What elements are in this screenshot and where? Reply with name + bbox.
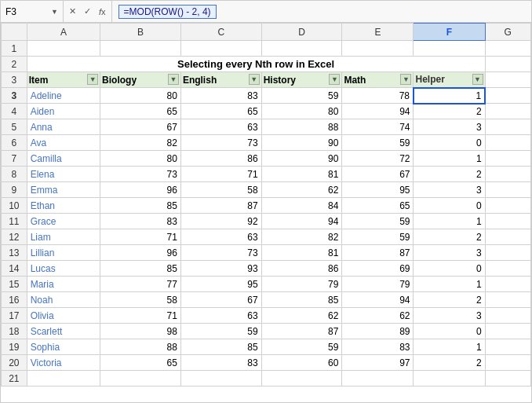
cell-C7[interactable]: 86 <box>180 151 261 167</box>
cell-B15[interactable]: 77 <box>100 277 181 292</box>
cell-B1[interactable] <box>100 41 181 57</box>
cell-B19[interactable]: 88 <box>100 339 181 355</box>
filter-math-button[interactable]: ▼ <box>400 74 411 85</box>
cell-D6[interactable]: 90 <box>261 135 342 151</box>
cell-G3[interactable] <box>485 72 530 88</box>
cell-E9[interactable]: 95 <box>342 182 414 198</box>
cell-C6[interactable]: 73 <box>180 135 261 151</box>
cell-A1[interactable] <box>27 41 100 57</box>
cell-C14[interactable]: 93 <box>180 261 261 277</box>
cell-B4[interactable]: 65 <box>100 104 181 119</box>
cell-D15[interactable]: 79 <box>261 277 342 292</box>
cell-B11[interactable]: 83 <box>100 214 181 229</box>
cell-B17[interactable]: 71 <box>100 308 181 324</box>
cell-F1[interactable] <box>414 41 485 57</box>
cell-F12[interactable]: 2 <box>414 229 485 245</box>
cell-E21[interactable] <box>342 371 414 387</box>
cell-C19[interactable]: 85 <box>180 339 261 355</box>
col-header-A[interactable]: A <box>27 24 100 41</box>
cell-A3[interactable]: Adeline <box>27 88 100 104</box>
cell-G9[interactable] <box>485 182 530 198</box>
cell-B10[interactable]: 85 <box>100 198 181 214</box>
cell-A5[interactable]: Anna <box>27 119 100 135</box>
cell-G13[interactable] <box>485 245 530 261</box>
cell-B7[interactable]: 80 <box>100 151 181 167</box>
cell-D11[interactable]: 94 <box>261 214 342 229</box>
cell-E13[interactable]: 87 <box>342 245 414 261</box>
filter-history-button[interactable]: ▼ <box>329 74 340 85</box>
filter-item-button[interactable]: ▼ <box>87 74 98 85</box>
name-box-chevron-icon[interactable]: ▼ <box>51 8 58 16</box>
cell-F13[interactable]: 3 <box>414 245 485 261</box>
cell-E19[interactable]: 83 <box>342 339 414 355</box>
cell-G16[interactable] <box>485 292 530 308</box>
cell-G7[interactable] <box>485 151 530 167</box>
name-box[interactable]: F3 ▼ <box>1 1 64 23</box>
cell-A18[interactable]: Scarlett <box>27 324 100 339</box>
cell-A14[interactable]: Lucas <box>27 261 100 277</box>
cell-A21[interactable] <box>27 371 100 387</box>
cell-E11[interactable]: 59 <box>342 214 414 229</box>
cell-D13[interactable]: 81 <box>261 245 342 261</box>
cell-F3[interactable]: 1 <box>414 88 485 104</box>
function-icon[interactable]: fx <box>97 5 108 18</box>
cell-B9[interactable]: 96 <box>100 182 181 198</box>
cell-B8[interactable]: 73 <box>100 167 181 182</box>
cell-A19[interactable]: Sophia <box>27 339 100 355</box>
cell-E1[interactable] <box>342 41 414 57</box>
cell-G6[interactable] <box>485 135 530 151</box>
cell-E3[interactable]: 78 <box>342 88 414 104</box>
cell-F19[interactable]: 1 <box>414 339 485 355</box>
cell-E12[interactable]: 59 <box>342 229 414 245</box>
cell-B16[interactable]: 58 <box>100 292 181 308</box>
filter-english-button[interactable]: ▼ <box>249 74 260 85</box>
cell-G2[interactable] <box>485 57 530 72</box>
cell-A7[interactable]: Camilla <box>27 151 100 167</box>
cell-E16[interactable]: 94 <box>342 292 414 308</box>
cell-G20[interactable] <box>485 355 530 371</box>
cell-A15[interactable]: Maria <box>27 277 100 292</box>
cell-F21[interactable] <box>414 371 485 387</box>
cell-D21[interactable] <box>261 371 342 387</box>
cancel-icon[interactable]: ✕ <box>67 5 78 18</box>
cell-C1[interactable] <box>180 41 261 57</box>
cell-G5[interactable] <box>485 119 530 135</box>
cell-B14[interactable]: 85 <box>100 261 181 277</box>
filter-helper-button[interactable]: ▼ <box>472 74 483 85</box>
cell-G4[interactable] <box>485 104 530 119</box>
cell-A17[interactable]: Olivia <box>27 308 100 324</box>
cell-C10[interactable]: 87 <box>180 198 261 214</box>
cell-D9[interactable]: 62 <box>261 182 342 198</box>
cell-F16[interactable]: 2 <box>414 292 485 308</box>
cell-C5[interactable]: 63 <box>180 119 261 135</box>
col-header-G[interactable]: G <box>485 24 530 41</box>
cell-F20[interactable]: 2 <box>414 355 485 371</box>
cell-A8[interactable]: Elena <box>27 167 100 182</box>
cell-G1[interactable] <box>485 41 530 57</box>
cell-D20[interactable]: 60 <box>261 355 342 371</box>
cell-G15[interactable] <box>485 277 530 292</box>
cell-A12[interactable]: Liam <box>27 229 100 245</box>
formula-input[interactable]: =MOD(ROW() - 2, 4) <box>112 1 531 22</box>
cell-C18[interactable]: 59 <box>180 324 261 339</box>
cell-E20[interactable]: 97 <box>342 355 414 371</box>
cell-A11[interactable]: Grace <box>27 214 100 229</box>
cell-E18[interactable]: 89 <box>342 324 414 339</box>
cell-F6[interactable]: 0 <box>414 135 485 151</box>
cell-B6[interactable]: 82 <box>100 135 181 151</box>
cell-D5[interactable]: 88 <box>261 119 342 135</box>
cell-C9[interactable]: 58 <box>180 182 261 198</box>
cell-D3[interactable]: 59 <box>261 88 342 104</box>
cell-E7[interactable]: 72 <box>342 151 414 167</box>
cell-F4[interactable]: 2 <box>414 104 485 119</box>
cell-G14[interactable] <box>485 261 530 277</box>
cell-C20[interactable]: 83 <box>180 355 261 371</box>
cell-D7[interactable]: 90 <box>261 151 342 167</box>
cell-D4[interactable]: 80 <box>261 104 342 119</box>
cell-E8[interactable]: 67 <box>342 167 414 182</box>
cell-F7[interactable]: 1 <box>414 151 485 167</box>
cell-D10[interactable]: 84 <box>261 198 342 214</box>
cell-F5[interactable]: 3 <box>414 119 485 135</box>
cell-D17[interactable]: 62 <box>261 308 342 324</box>
cell-A9[interactable]: Emma <box>27 182 100 198</box>
